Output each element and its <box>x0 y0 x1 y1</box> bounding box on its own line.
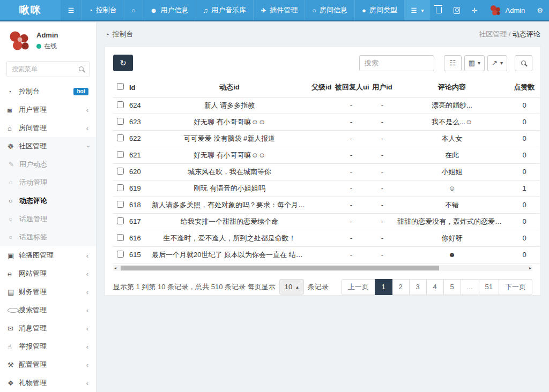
comments-table: Id 动态id 父级id 被回复人uid 用户id 评论内容 点赞数 624新人… <box>113 78 540 263</box>
col-header-id[interactable]: Id <box>127 78 150 97</box>
scroll-left-icon[interactable]: ◂ <box>114 265 116 271</box>
sidebar-subitem-话题标签[interactable]: ○话题标签 <box>0 228 96 246</box>
page-button-下一页[interactable]: 下一页 <box>499 279 532 295</box>
row-checkbox[interactable] <box>117 134 124 141</box>
cell-parent-id <box>309 213 333 230</box>
sidebar-item-用户管理[interactable]: ◙用户管理‹ <box>0 101 96 119</box>
table-row: 619刚玩 有语音的小姐姐吗--☺1 <box>113 180 540 197</box>
circle-icon: ○ <box>9 215 19 223</box>
nav-item-房间信息[interactable]: ○房间信息 <box>305 0 355 20</box>
logs-button[interactable] <box>448 0 466 20</box>
breadcrumb-separator: / <box>509 30 513 38</box>
page-button-2[interactable]: 2 <box>392 279 410 295</box>
page-button-1[interactable]: 1 <box>375 279 392 295</box>
row-select-cell <box>113 130 127 147</box>
sidebar-item-社区管理[interactable]: ☸社区管理‹ <box>0 137 96 155</box>
page-button-4[interactable]: 4 <box>426 279 444 295</box>
page-size-dropdown[interactable]: 10 ▴ <box>279 279 304 295</box>
search-button[interactable] <box>515 55 532 71</box>
sidebar-subitem-label: 动态评论 <box>19 196 47 206</box>
breadcrumb-right: 社区管理 / 动态评论 <box>479 29 540 39</box>
cell-user-id: - <box>369 130 395 147</box>
col-header-post-id[interactable]: 动态id <box>150 78 309 97</box>
breadcrumb-section: 社区管理 <box>479 30 507 38</box>
col-header-comment[interactable]: 评论内容 <box>395 78 509 97</box>
quick-list-dropdown[interactable]: ☰ ▾ <box>405 0 430 20</box>
cell-user-id: - <box>369 147 395 163</box>
sidebar-item-礼物管理[interactable]: ❖礼物管理‹ <box>0 374 96 392</box>
fullscreen-button[interactable]: ✛ <box>466 0 484 20</box>
page-button-3[interactable]: 3 <box>409 279 427 295</box>
sidebar-subitem-动态评论[interactable]: ○动态评论 <box>0 192 96 210</box>
profile-text: Admin 在线 <box>36 31 58 51</box>
col-header-reply-uid[interactable]: 被回复人uid <box>333 78 369 97</box>
cell-reply-uid: - <box>333 197 369 213</box>
sidebar-item-财务管理[interactable]: ▤财务管理‹ <box>0 283 96 301</box>
sidebar-item-房间管理[interactable]: ⌂房间管理‹ <box>0 119 96 137</box>
sidebar-item-网站管理[interactable]: ℮网站管理‹ <box>0 265 96 283</box>
wheel-icon: ☸ <box>8 142 19 150</box>
columns-button[interactable]: ▦▾ <box>464 55 485 71</box>
select-all-checkbox[interactable] <box>117 83 124 90</box>
settings-button[interactable]: ⚙ <box>531 0 549 20</box>
col-header-user-id[interactable]: 用户id <box>369 78 395 97</box>
sidebar-subitem-话题管理[interactable]: ○话题管理 <box>0 210 96 228</box>
profile-status: 在线 <box>36 42 58 51</box>
col-header-parent-id[interactable]: 父级id <box>309 78 333 97</box>
sidebar-item-消息管理[interactable]: ✉消息管理‹ <box>0 319 96 337</box>
nav-item-插件管理[interactable]: ✈插件管理 <box>254 0 305 20</box>
sidebar-subitem-活动管理[interactable]: ○活动管理 <box>0 174 96 192</box>
trash-button[interactable] <box>430 0 448 20</box>
sidebar-item-控制台[interactable]: ◔控制台hot <box>0 82 96 101</box>
col-header-likes[interactable]: 点赞数 <box>509 78 540 97</box>
message-icon: ✉ <box>8 325 19 333</box>
cell-post-id: 好无聊 有小哥哥嘛☺☺ <box>150 114 309 130</box>
export-button[interactable]: ↗▾ <box>487 55 507 71</box>
row-select-cell <box>113 97 127 114</box>
table-row: 624新人 请多多指教--漂亮的婚纱...0 <box>113 97 540 114</box>
table-row: 615最后一个月就20世纪了 原本以为你会一直在 结果你不在了♥--☻0 <box>113 246 540 263</box>
scroll-right-icon[interactable]: ▸ <box>529 265 531 271</box>
row-checkbox[interactable] <box>117 101 124 108</box>
row-checkbox[interactable] <box>117 251 124 258</box>
page-button-...[interactable]: ... <box>461 279 479 295</box>
table-search-input[interactable] <box>359 55 434 71</box>
page-button-5[interactable]: 5 <box>443 279 461 295</box>
nav-item-房间类型[interactable]: ●房间类型 <box>355 0 405 20</box>
horizontal-scrollbar[interactable]: ◂ ▸ <box>113 265 532 271</box>
page-button-上一页[interactable]: 上一页 <box>342 279 375 295</box>
cell-post-id: 给我安排一个甜甜的恋爱续个命 <box>150 213 309 230</box>
cell-user-id: - <box>369 163 395 180</box>
cell-post-id: 新人 请多多指教 <box>150 97 309 114</box>
row-checkbox[interactable] <box>117 118 124 125</box>
row-checkbox[interactable] <box>117 234 124 241</box>
sidebar-subitem-用户动态[interactable]: ✎用户动态 <box>0 155 96 174</box>
nav-item-用户信息[interactable]: ☻用户信息 <box>143 0 196 20</box>
circle-icon: ○ <box>9 233 19 241</box>
row-checkbox[interactable] <box>117 201 124 208</box>
sidebar-item-label: 控制台 <box>19 87 40 96</box>
row-checkbox[interactable] <box>117 168 124 175</box>
nav-item-控制台[interactable]: ◔控制台 <box>81 0 124 20</box>
nav-item-circle[interactable]: ○ <box>124 0 143 20</box>
sidebar-item-搜索管理[interactable]: 搜索管理‹ <box>0 301 96 319</box>
nav-item-hamburger[interactable]: ☰ <box>61 0 81 20</box>
sidebar-item-举报管理[interactable]: ☝举报管理‹ <box>0 337 96 356</box>
sidebar-item-轮播图管理[interactable]: ▣轮播图管理‹ <box>0 246 96 265</box>
chevron-left-icon: ‹ <box>86 361 88 369</box>
breadcrumb-left[interactable]: ◔ 控制台 <box>105 29 133 39</box>
sidebar-item-配置管理[interactable]: ⚒配置管理‹ <box>0 356 96 374</box>
refresh-button[interactable]: ↻ <box>113 55 133 71</box>
row-select-cell <box>113 180 127 197</box>
user-menu[interactable]: Admin <box>483 0 531 20</box>
nav-item-用户音乐库[interactable]: ♫用户音乐库 <box>196 0 254 20</box>
sidebar-item-label: 财务管理 <box>19 287 47 297</box>
row-checkbox[interactable] <box>117 217 124 224</box>
menu-search-input[interactable] <box>6 61 90 77</box>
detail-view-button[interactable]: ☷ <box>444 55 462 71</box>
row-checkbox[interactable] <box>117 151 124 158</box>
row-checkbox[interactable] <box>117 184 124 191</box>
page-button-51[interactable]: 51 <box>479 279 499 295</box>
pagination-info-prefix: 显示第 1 到第 10 条记录，总共 510 条记录 每页显示 <box>113 282 276 292</box>
scrollbar-thumb[interactable] <box>121 266 439 270</box>
